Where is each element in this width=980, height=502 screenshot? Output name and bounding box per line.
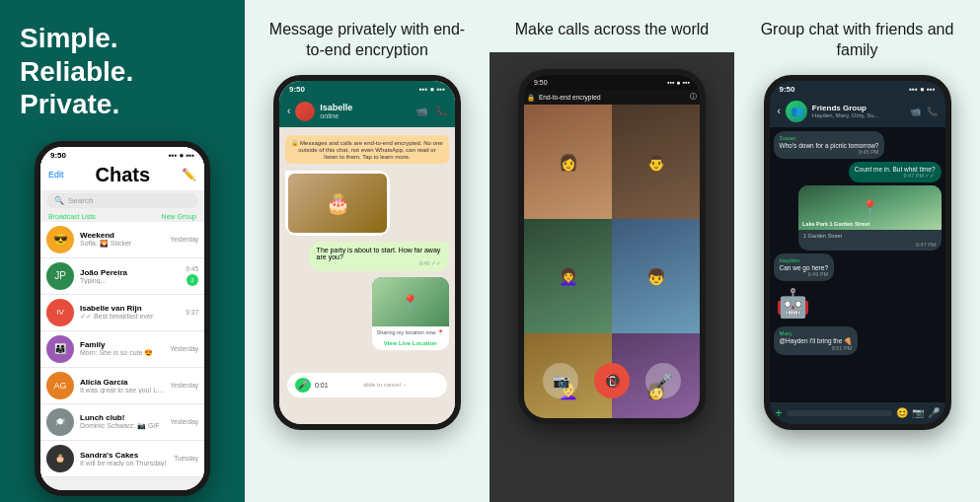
avatar: 😎	[46, 226, 74, 253]
location-card: 📍 Sharing my location now 📍 View Live Lo…	[372, 277, 449, 350]
message-text: Who's down for a picnic tomorrow?	[780, 142, 879, 149]
group-avatar: 👥	[786, 101, 807, 122]
message-time: 9:51 PM	[780, 345, 853, 351]
status-bar: 9:50 ▪▪▪ ● ▪▪▪	[40, 147, 204, 162]
list-item[interactable]: JP João Pereira Typing... 9:45 2	[40, 258, 204, 295]
back-button[interactable]: ‹	[287, 106, 290, 116]
message-list: 🔒 Messages and calls are end-to-end encr…	[279, 127, 455, 357]
video-cell: 👩‍🦱	[524, 219, 612, 333]
status-time: 9:50	[50, 151, 66, 160]
group-header: ‹ 👥 Friends Group Hayden, Mary, Dirty, S…	[770, 96, 945, 127]
call-icon[interactable]: 📞	[435, 106, 447, 116]
list-item[interactable]: 🎂 Sandra's Cakes It will be ready on Thu…	[40, 441, 204, 477]
emoji-icon[interactable]: 😊	[896, 407, 908, 418]
video-cell: 👨	[612, 105, 700, 219]
chat-preview: ✓✓ Best breakfast ever	[80, 313, 180, 321]
chat-time: Yesterday	[170, 382, 198, 389]
participant-video: 👩‍🦱	[524, 219, 612, 333]
image-attachment: 🎂	[288, 174, 387, 233]
camera-icon[interactable]: 📷	[912, 407, 924, 418]
location-bubble: 📍 Sharing my location now 📍 View Live Lo…	[372, 277, 449, 350]
list-item[interactable]: IV Isabelle van Rijn ✓✓ Best breakfast e…	[40, 295, 204, 331]
chat-info: Alicia García It was great to see you! L…	[80, 378, 164, 394]
call-icon[interactable]: 📞	[927, 107, 938, 116]
location-title: Sharing my location now 📍	[377, 329, 444, 335]
status-icons: ▪▪▪ ● ▪▪▪	[419, 85, 445, 94]
new-group-button[interactable]: New Group	[162, 213, 196, 220]
panel-group-header: Group chat with friends and family	[734, 0, 980, 75]
chat-preview: Sofia: 🌄 Sticker	[80, 240, 164, 248]
chat-time: 9:45 2	[186, 265, 198, 286]
message-bubble: Susan Who's down for a picnic tomorrow? …	[774, 131, 885, 159]
edit-button[interactable]: Edit	[48, 170, 64, 179]
camera-button[interactable]: 📷	[543, 363, 578, 398]
list-item[interactable]: 😎 Weekend Sofia: 🌄 Sticker Yesterday	[40, 222, 204, 258]
tagline-line2: Reliable.	[20, 56, 133, 87]
chat-info: Weekend Sofia: 🌄 Sticker	[80, 231, 164, 248]
group-members: Hayden, Mary, Dirty, Su...	[812, 112, 879, 118]
chat-time: Yesterday	[170, 345, 198, 352]
message-bubble: Hayden Can we go here? 9:49 PM	[774, 253, 835, 281]
audio-recorder: 🎤 0:01 slide to cancel ←	[287, 373, 447, 397]
status-icons: ▪▪▪ ● ▪▪▪	[667, 79, 690, 86]
view-location-button[interactable]: View Live Location	[372, 338, 449, 350]
list-item[interactable]: 👨‍👩‍👧 Family Mom: She is so cute 😍 Yeste…	[40, 331, 204, 368]
chat-list: 😎 Weekend Sofia: 🌄 Sticker Yesterday JP …	[40, 222, 204, 477]
unread-badge: 2	[187, 274, 198, 286]
mic-icon[interactable]: 🎤	[928, 407, 940, 418]
chat-preview: Typing...	[80, 277, 180, 284]
contact-info: Isabelle online	[320, 103, 352, 119]
group-messages: Susan Who's down for a picnic tomorrow? …	[770, 127, 945, 402]
status-bar: 9:50 ▪▪▪ ● ▪▪▪	[770, 81, 945, 96]
status-bar: 9:50 ▪▪▪ ● ▪▪▪	[524, 75, 700, 90]
mute-button[interactable]: 🎤	[645, 363, 681, 398]
avatar: 🍽️	[46, 408, 74, 436]
chat-name: Lunch club!	[80, 413, 164, 422]
contact-name: Isabelle	[320, 103, 352, 112]
mic-icon[interactable]: 🎤	[295, 378, 311, 393]
broadcast-label[interactable]: Broadcast Lists	[48, 213, 96, 220]
phone-chat-mockup: 9:50 ▪▪▪ ● ▪▪▪ ‹ Isabelle online 📹 📞	[273, 75, 461, 430]
compose-icon[interactable]: ✏️	[182, 168, 196, 181]
status-time: 9:50	[780, 85, 795, 94]
avatar: 🎂	[46, 445, 74, 472]
list-item[interactable]: AG Alicia García It was great to see you…	[40, 368, 204, 404]
message-text: @Hayden I'll bring the 🍕	[780, 337, 853, 344]
video-icon[interactable]: 📹	[910, 107, 921, 116]
location-label: Sharing my location now 📍	[372, 326, 449, 338]
messages-area: 🔒 Messages and calls are end-to-end encr…	[279, 127, 455, 424]
panel-group-chat: Group chat with friends and family 9:50 …	[734, 0, 980, 502]
group-actions: 📹 📞	[910, 107, 938, 116]
search-icon: 🔍	[54, 196, 64, 205]
group-chat-phone: 9:50 ▪▪▪ ● ▪▪▪ ‹ 👥 Friends Group Hayden,…	[764, 75, 951, 430]
chats-title: Chats	[95, 164, 150, 186]
video-call-icon[interactable]: 📹	[415, 106, 427, 116]
search-bar[interactable]: 🔍 Search	[46, 193, 198, 208]
chat-time: Yesterday	[170, 236, 198, 243]
chat-name: Isabelle van Rijn	[80, 304, 180, 313]
add-button[interactable]: +	[776, 406, 783, 420]
chat-name: Family	[80, 340, 164, 349]
chat-info: Sandra's Cakes It will be ready on Thurs…	[80, 451, 168, 466]
chat-info: Lunch club! Dominic Schwarz: 📷 GIF	[80, 413, 164, 430]
end-call-button[interactable]: 📵	[594, 363, 630, 398]
sticker-bubble: 🤖	[774, 284, 813, 323]
slide-cancel-text: slide to cancel ←	[333, 382, 439, 388]
back-button[interactable]: ‹	[778, 106, 781, 116]
list-item[interactable]: 🍽️ Lunch club! Dominic Schwarz: 📷 GIF Ye…	[40, 404, 204, 441]
video-call-phone: 9:50 ▪▪▪ ● ▪▪▪ 🔒 End-to-end encrypted ⓘ …	[518, 69, 706, 424]
status-time: 9:50	[534, 79, 548, 86]
chat-actions: 📹 📞	[415, 106, 447, 116]
panel-encryption-header: Message privately with end-to-end encryp…	[245, 0, 490, 75]
map-preview: 📍 Lake Park 1 Garden Street	[798, 185, 942, 230]
location-link-text: View Live Location	[384, 340, 437, 346]
chat-name: João Pereira	[80, 268, 180, 277]
message-input[interactable]	[787, 410, 892, 416]
message-sender: Susan	[780, 135, 879, 141]
chat-screen: 9:50 ▪▪▪ ● ▪▪▪ ‹ Isabelle online 📹 📞	[279, 81, 455, 424]
participant-video: 👩	[524, 105, 612, 219]
chat-info: João Pereira Typing...	[80, 268, 180, 284]
message-input-bar: + 😊 📷 🎤	[770, 402, 945, 424]
call-controls: 📷 📵 🎤	[524, 363, 700, 398]
encryption-notice: 🔒 Messages and calls are end-to-end encr…	[285, 135, 449, 164]
